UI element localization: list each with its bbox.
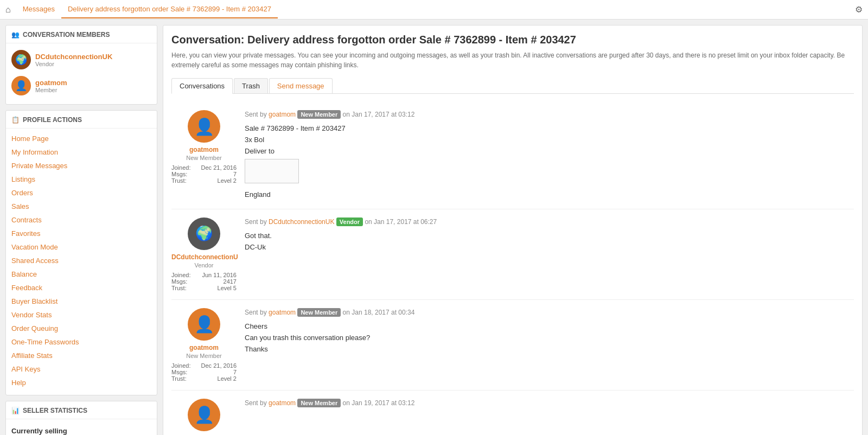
member-goatmom: 👤 goatmom Member	[6, 73, 157, 99]
link-balance[interactable]: Balance	[6, 267, 157, 281]
link-buyer-blacklist[interactable]: Buyer Blacklist	[6, 295, 157, 308]
msg-4-body: Sent by goatmom New Member on Jan 19, 20…	[245, 399, 854, 434]
msg-1-sent-by: Sent by goatmom New Member on Jan 17, 20…	[245, 110, 854, 119]
msg-2-sidebar: 🌍 DCdutchconnectionU Vendor Joined: Jun …	[171, 218, 237, 291]
top-nav: ⌂ Messages Delivery address forgotton or…	[0, 0, 868, 20]
msg-3-msgs-label: Msgs:	[171, 369, 187, 375]
goatmom-info: goatmom Member	[35, 79, 67, 93]
stats-icon: 📊	[11, 407, 20, 414]
tab-conversations[interactable]: Conversations	[171, 78, 233, 94]
msg-1-joined-date: Dec 21, 2016	[201, 164, 237, 171]
tab-send-message[interactable]: Send message	[269, 78, 333, 93]
seller-stats-header: 📊 SELLER STATISTICS	[6, 407, 157, 419]
msg-1-trust-label: Trust:	[171, 177, 187, 184]
link-orders[interactable]: Orders	[6, 186, 157, 200]
tab-messages[interactable]: Messages	[16, 1, 61, 18]
msg-2-sender-link[interactable]: DCdutchconnectionUK	[269, 218, 334, 226]
link-affiliate-stats[interactable]: Affiliate Stats	[6, 349, 157, 362]
msg-1-role: New Member	[171, 155, 237, 161]
settings-icon[interactable]: ⚙	[855, 4, 863, 15]
home-icon[interactable]: ⌂	[5, 5, 11, 15]
link-contracts[interactable]: Contracts	[6, 213, 157, 227]
currently-selling-label: Currently selling	[11, 427, 151, 435]
msg-2-date: Jan 17, 2017 at 06:27	[374, 218, 437, 226]
msg-3-sent-by: Sent by goatmom New Member on Jan 18, 20…	[245, 308, 854, 317]
msg-1-body: Sent by goatmom New Member on Jan 17, 20…	[245, 110, 854, 201]
link-private-messages[interactable]: Private Messages	[6, 159, 157, 172]
msg-3-line-2: Can you trash this conversation please?	[245, 332, 854, 344]
msg-1-msgs-count: 7	[233, 171, 237, 177]
link-home-page[interactable]: Home Page	[6, 132, 157, 145]
message-4: 👤 Sent by goatmom New Member on Jan 19, …	[171, 391, 854, 435]
msg-2-content: Got that. DC-Uk	[245, 231, 854, 253]
link-sales[interactable]: Sales	[6, 200, 157, 213]
msg-3-sender-link[interactable]: goatmom	[269, 309, 296, 316]
msg-3-line-3: Thanks	[245, 344, 854, 355]
link-listings[interactable]: Listings	[6, 172, 157, 186]
link-my-information[interactable]: My Information	[6, 145, 157, 159]
message-3: 👤 goatmom New Member Joined: Dec 21, 201…	[171, 300, 854, 391]
msg-1-sidebar: 👤 goatmom New Member Joined: Dec 21, 201…	[171, 110, 237, 201]
msg-1-line-1: Sale # 7362899 - Item # 203427	[245, 123, 854, 135]
vendor-role: Vendor	[35, 61, 112, 67]
msg-1-avatar: 👤	[188, 110, 220, 143]
msg-1-line-2: 3x Bol	[245, 135, 854, 146]
msg-3-content: Cheers Can you trash this conversation p…	[245, 321, 854, 355]
vendor-avatar: 🌍	[11, 50, 31, 69]
msg-1-line-5: England	[245, 189, 854, 201]
msg-3-badge: New Member	[297, 308, 341, 317]
page-description: Here, you can view your private messages…	[171, 50, 854, 70]
msg-1-username[interactable]: goatmom	[171, 146, 237, 153]
msg-2-line-2: DC-Uk	[245, 242, 854, 253]
link-shared-access[interactable]: Shared Access	[6, 254, 157, 267]
link-order-queuing[interactable]: Order Queuing	[6, 322, 157, 335]
tab-conversation[interactable]: Delivery address forgotton order Sale # …	[61, 1, 278, 18]
msg-3-line-1: Cheers	[245, 321, 854, 332]
msg-1-address-box	[245, 159, 299, 183]
msg-3-joined-label: Joined:	[171, 362, 190, 369]
members-icon: 👥	[11, 31, 20, 39]
seller-stats-card: 📊 SELLER STATISTICS Currently selling Li…	[5, 401, 157, 435]
link-favorites[interactable]: Favorites	[6, 227, 157, 240]
msg-4-avatar: 👤	[188, 399, 220, 431]
sidebar: 👥 CONVERSATION MEMBERS 🌍 DCdutchconnecti…	[5, 25, 157, 435]
msg-1-content: Sale # 7362899 - Item # 203427 3x Bol De…	[245, 123, 854, 201]
msg-2-trust-label: Trust:	[171, 285, 187, 291]
msg-4-date: Jan 19, 2017 at 03:12	[352, 399, 414, 407]
msg-4-badge: New Member	[297, 399, 341, 407]
link-help[interactable]: Help	[6, 376, 157, 389]
msg-2-joined-date: Jun 11, 2016	[202, 272, 237, 278]
msg-2-msgs-label: Msgs:	[171, 278, 187, 285]
msg-3-sidebar: 👤 goatmom New Member Joined: Dec 21, 201…	[171, 308, 237, 382]
msg-1-sender-link[interactable]: goatmom	[269, 111, 296, 118]
tab-trash[interactable]: Trash	[234, 78, 268, 93]
msg-1-line-3: Deliver to	[245, 146, 854, 157]
link-vendor-stats[interactable]: Vendor Stats	[6, 308, 157, 322]
msg-2-avatar: 🌍	[188, 218, 220, 250]
msg-2-username[interactable]: DCdutchconnectionU	[171, 253, 237, 261]
tabs-bar: Conversations Trash Send message	[171, 78, 854, 94]
msg-3-date: Jan 18, 2017 at 00:34	[352, 309, 414, 316]
msg-4-sender-link[interactable]: goatmom	[269, 399, 296, 407]
seller-stats-content: Currently selling Listed items 0 Will se…	[6, 423, 157, 435]
link-vacation-mode[interactable]: Vacation Mode	[6, 240, 157, 254]
msg-3-trust-value: Level 2	[218, 375, 237, 382]
msg-2-joined-label: Joined:	[171, 272, 190, 278]
msg-4-sidebar: 👤	[171, 399, 237, 434]
vendor-name[interactable]: DCdutchconnectionUK	[35, 53, 112, 61]
link-feedback[interactable]: Feedback	[6, 281, 157, 295]
msg-1-trust-value: Level 2	[218, 177, 237, 184]
link-api-keys[interactable]: API Keys	[6, 362, 157, 376]
msg-2-badge: Vendor	[336, 218, 363, 226]
msg-1-date: Jan 17, 2017 at 03:12	[352, 111, 414, 118]
msg-3-role: New Member	[171, 353, 237, 359]
goatmom-name[interactable]: goatmom	[35, 79, 67, 87]
link-one-time-passwords[interactable]: One-Time Passwords	[6, 335, 157, 349]
msg-3-meta: Joined: Dec 21, 2016 Msgs: 7 Trust: Leve…	[171, 362, 237, 382]
msg-2-role: Vendor	[171, 262, 237, 268]
msg-1-meta: Joined: Dec 21, 2016 Msgs: 7 Trust: Leve…	[171, 164, 237, 184]
msg-3-joined-date: Dec 21, 2016	[201, 362, 237, 369]
msg-3-trust-label: Trust:	[171, 375, 187, 382]
msg-3-username[interactable]: goatmom	[171, 344, 237, 351]
msg-3-body: Sent by goatmom New Member on Jan 18, 20…	[245, 308, 854, 382]
